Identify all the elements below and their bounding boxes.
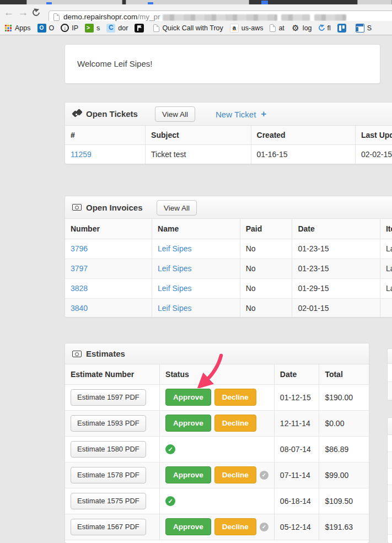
browser-tab[interactable]	[126, 0, 249, 4]
browser-tab[interactable]	[357, 0, 392, 4]
bookmark-label: S	[367, 24, 372, 32]
bookmark-label: us-aws	[241, 24, 264, 32]
decline-button[interactable]: Decline	[214, 415, 256, 432]
right-partial-panel-header	[388, 418, 392, 435]
invoice-paid: No	[240, 259, 292, 278]
column-header: Paid	[240, 219, 292, 239]
invoice-number-link[interactable]: 3796	[71, 244, 88, 253]
trello-icon	[337, 24, 346, 33]
estimate-date: 08-07-14	[274, 436, 319, 462]
bookmark-log[interactable]: log	[291, 24, 312, 33]
tickets-view-all-button[interactable]: View All	[155, 106, 195, 122]
bookmark-trello[interactable]	[337, 24, 349, 33]
tickets-header-row: # Subject Created Last Updated	[65, 126, 392, 144]
table-row	[388, 452, 392, 469]
approve-button[interactable]: Approve	[165, 518, 211, 535]
invoice-customer-link[interactable]: Leif Sipes	[158, 244, 191, 253]
estimate-row: Estimate 1597 PDF Approve Decline 01-12-…	[65, 384, 369, 410]
estimate-pdf-button[interactable]: Estimate 1575 PDF	[71, 493, 146, 509]
sync-circle-icon	[317, 24, 325, 32]
invoices-view-all-button[interactable]: View All	[157, 200, 197, 216]
bookmark-apps[interactable]: Apps	[4, 24, 31, 32]
bookmark-fl[interactable]: fl	[319, 24, 331, 32]
table-row	[388, 364, 392, 382]
approve-button[interactable]: Approve	[165, 415, 211, 432]
table-row	[388, 518, 392, 535]
reload-icon[interactable]	[31, 7, 41, 17]
estimate-total: $109.50	[319, 488, 369, 514]
table-row	[388, 435, 392, 452]
estimate-pdf-button[interactable]: Estimate 1593 PDF	[71, 415, 146, 432]
redacted-url-segment	[314, 14, 346, 21]
declined-check-icon	[260, 523, 269, 531]
invoice-number-link[interactable]: 3840	[71, 304, 88, 313]
invoice-customer-link[interactable]: Leif Sipes	[158, 304, 191, 313]
invoice-number-link[interactable]: 3828	[71, 284, 88, 293]
bookmark-dor[interactable]: dor	[106, 24, 128, 33]
table-row	[388, 382, 392, 400]
bookmark-last[interactable]: S	[356, 24, 372, 33]
estimate-row: Estimate 1575 PDF 06-18-14 $109.50	[65, 488, 369, 514]
welcome-panel: Welcome Leif Sipes!	[65, 44, 380, 84]
plus-icon: +	[261, 109, 266, 120]
bookmark-ip[interactable]: IP	[61, 24, 78, 32]
bookmark-quick-call[interactable]: Quick Call with Troy	[153, 24, 223, 32]
invoice-items	[380, 298, 392, 318]
open-invoices-panel: Open Invoices View All Number Name Paid …	[65, 196, 392, 318]
estimate-row: Estimate 1593 PDF Approve Decline 12-11-…	[65, 410, 369, 436]
section-title: Open Tickets	[86, 109, 138, 119]
gear-icon	[291, 24, 300, 33]
estimate-pdf-button[interactable]: Estimate 1597 PDF	[71, 389, 146, 406]
ticket-last-updated: 02-02-15	[355, 144, 392, 164]
ticket-number-link[interactable]: 11259	[71, 150, 92, 159]
bookmark-label: Quick Call with Troy	[162, 24, 223, 32]
forward-icon[interactable]: →	[17, 6, 29, 19]
tab-favicon	[148, 2, 153, 4]
column-header: Last Updated	[355, 126, 392, 144]
column-header: Items	[380, 219, 392, 239]
bookmark-outlook[interactable]: O	[37, 24, 55, 33]
new-ticket-link[interactable]: New Ticket+	[216, 109, 266, 120]
tab-strip	[0, 0, 392, 4]
tag-hole	[76, 114, 77, 115]
bookmark-flag[interactable]	[135, 24, 147, 33]
estimate-date: 06-18-14	[274, 488, 319, 514]
estimate-total: $99.00	[319, 462, 369, 488]
decline-button[interactable]: Decline	[214, 518, 256, 535]
download-circle-icon	[61, 24, 69, 32]
invoice-items: Labor	[380, 278, 392, 298]
estimate-total: $0.00	[319, 410, 369, 436]
bookmark-at[interactable]: at	[270, 24, 284, 32]
invoice-paid: No	[240, 278, 292, 298]
redacted-url-segment	[281, 14, 310, 21]
tab-favicon	[46, 2, 52, 4]
bookmark-s[interactable]: s	[85, 24, 100, 33]
terminal-icon	[85, 24, 94, 33]
invoice-customer-link[interactable]: Leif Sipes	[158, 284, 191, 293]
bookmark-us-aws[interactable]: us-aws	[230, 24, 264, 33]
invoice-items: Labor	[380, 239, 392, 259]
estimate-date: 05-12-14	[274, 514, 319, 540]
decline-button[interactable]: Decline	[214, 466, 256, 483]
approve-button[interactable]: Approve	[165, 389, 211, 406]
decline-button[interactable]: Decline	[214, 389, 256, 406]
open-tickets-panel: Open Tickets View All New Ticket+ # Subj…	[65, 102, 392, 164]
invoice-number-link[interactable]: 3797	[71, 264, 88, 273]
estimate-pdf-button[interactable]: Estimate 1567 PDF	[71, 519, 146, 535]
invoice-row: 3796 Leif Sipes No 01-23-15 Labor	[65, 239, 392, 259]
browser-window: ← → demo.repairshopr.com/my_pr Apps O IP…	[0, 0, 392, 543]
invoice-row: 3840 Leif Sipes No 02-01-15	[65, 298, 392, 318]
bookmark-label: Apps	[15, 24, 31, 32]
browser-tab[interactable]	[26, 0, 122, 4]
table-row	[388, 469, 392, 485]
back-icon[interactable]: ←	[3, 6, 15, 19]
bookmark-label: s	[96, 24, 100, 32]
estimate-pdf-button[interactable]: Estimate 1580 PDF	[71, 441, 146, 458]
estimate-pdf-button[interactable]: Estimate 1578 PDF	[71, 467, 146, 483]
layout-window-icon	[356, 24, 364, 33]
column-header: Total	[319, 364, 369, 384]
invoice-items: Labor	[380, 259, 392, 278]
invoice-customer-link[interactable]: Leif Sipes	[158, 264, 191, 273]
invoice-row: 3828 Leif Sipes No 01-29-15 Labor	[65, 278, 392, 298]
approve-button[interactable]: Approve	[165, 466, 211, 483]
